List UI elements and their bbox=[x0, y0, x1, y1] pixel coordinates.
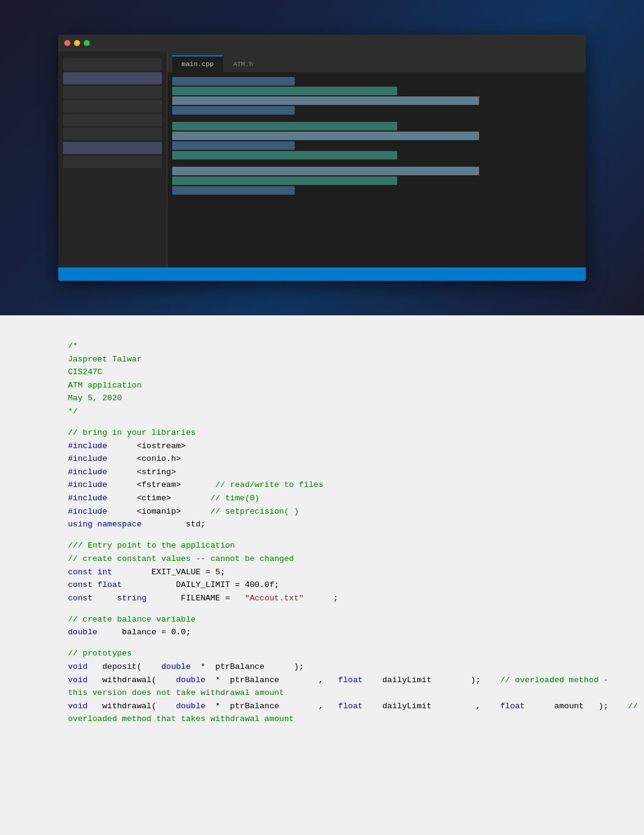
entry-comment1: /// Entry point to the application bbox=[68, 539, 576, 552]
code-line-visual bbox=[172, 161, 582, 166]
ide-body: main.cpp ATM.h bbox=[58, 52, 586, 281]
sidebar-item bbox=[63, 72, 162, 84]
sidebar-item bbox=[63, 86, 162, 98]
include-conio: #include <conio.h> bbox=[68, 452, 576, 466]
ide-window: main.cpp ATM.h bbox=[58, 35, 586, 281]
code-line-visual bbox=[172, 77, 295, 86]
code-content-area: /* Jaspreet Talwar CIS247C ATM applicati… bbox=[0, 315, 644, 750]
code-line-visual bbox=[172, 176, 397, 185]
sidebar-item bbox=[63, 58, 162, 70]
sidebar-item bbox=[63, 114, 162, 126]
code-line-visual bbox=[172, 151, 397, 159]
include-fstream: #include <fstream> // read/write to file… bbox=[68, 478, 576, 492]
code-line-visual bbox=[172, 132, 479, 140]
ide-tabs: main.cpp ATM.h bbox=[167, 52, 586, 72]
code-line-visual bbox=[172, 186, 295, 195]
ide-status-bar bbox=[58, 267, 586, 281]
code-line-visual bbox=[172, 106, 295, 115]
ide-main-area: main.cpp ATM.h bbox=[167, 52, 586, 281]
code-line-visual bbox=[172, 122, 397, 130]
include-string: #include <string> bbox=[68, 466, 576, 479]
code-line-visual bbox=[172, 167, 479, 175]
include-iostream: #include <iostream> bbox=[68, 440, 576, 453]
code-line-visual bbox=[172, 87, 397, 95]
blank-line bbox=[68, 418, 576, 427]
close-dot bbox=[64, 40, 70, 46]
withdrawal1-line1: void withdrawal( double * ptrBalance , f… bbox=[68, 674, 576, 687]
ide-sidebar bbox=[58, 52, 167, 281]
maximize-dot bbox=[84, 40, 90, 46]
code-line-visual bbox=[172, 116, 582, 121]
code-line-visual bbox=[172, 141, 295, 150]
comment-project: ATM application bbox=[68, 379, 576, 392]
sidebar-item bbox=[63, 142, 162, 154]
ide-code-area bbox=[167, 72, 586, 281]
ide-screenshot: main.cpp ATM.h bbox=[0, 0, 644, 315]
balance-declaration: double balance = 0.0; bbox=[68, 626, 576, 639]
code-line-visual bbox=[172, 96, 479, 105]
const-string-line: const string FILENAME = "Accout.txt" ; bbox=[68, 592, 576, 605]
include-iomanip: #include <iomanip> // setprecision( ) bbox=[68, 505, 576, 518]
code-block: /* Jaspreet Talwar CIS247C ATM applicati… bbox=[68, 340, 576, 726]
deposit-prototype: void deposit( double * ptrBalance ); bbox=[68, 660, 576, 674]
blank-line bbox=[68, 605, 576, 613]
bring-comment: // bring in your libraries bbox=[68, 426, 576, 440]
balance-comment: // create balance variable bbox=[68, 613, 576, 626]
entry-comment2: // create constant values -- cannot be c… bbox=[68, 552, 576, 566]
ide-tab-inactive: ATM.h bbox=[223, 55, 263, 72]
sidebar-item bbox=[63, 156, 162, 168]
blank-line bbox=[68, 639, 576, 648]
comment-close: */ bbox=[68, 405, 576, 418]
proto-comment: // prototypes bbox=[68, 647, 576, 660]
comment-author: Jaspreet Talwar bbox=[68, 353, 576, 366]
comment-course: CIS247C bbox=[68, 366, 576, 379]
blank-line bbox=[68, 531, 576, 540]
ide-titlebar bbox=[58, 35, 586, 52]
withdrawal2-line1: void withdrawal( double * ptrBalance , f… bbox=[68, 700, 576, 713]
comment-date: May 5, 2020 bbox=[68, 392, 576, 405]
sidebar-item bbox=[63, 100, 162, 112]
withdrawal2-line2: overloaded method that takes withdrawal … bbox=[68, 713, 576, 726]
comment-open: /* bbox=[68, 340, 576, 353]
ide-tab-active: main.cpp bbox=[172, 55, 224, 72]
using-namespace: using namespace std; bbox=[68, 518, 576, 531]
withdrawal1-line2: this version does not take withdrawal am… bbox=[68, 686, 576, 700]
const-int-line: const int EXIT_VALUE = 5; bbox=[68, 566, 576, 579]
include-ctime: #include <ctime> // time(0) bbox=[68, 492, 576, 505]
const-float-line: const float DAILY_LIMIT = 400.0f; bbox=[68, 578, 576, 592]
minimize-dot bbox=[74, 40, 80, 46]
sidebar-item bbox=[63, 128, 162, 140]
